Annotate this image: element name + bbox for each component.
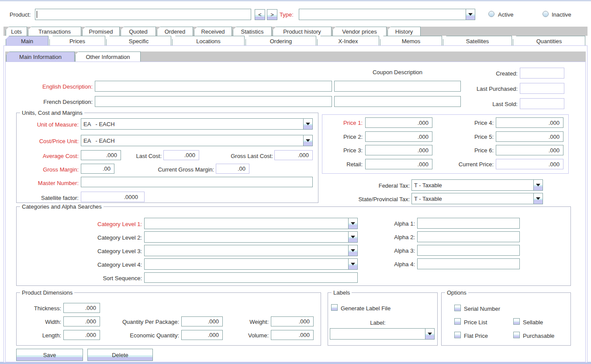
category-level-2-dropdown-button[interactable] [348, 232, 357, 242]
generate-label-file-label: Generate Label File [341, 305, 391, 312]
category-level-1-label: Category Level 1: [72, 221, 142, 227]
english-coupon-description-input[interactable] [334, 81, 461, 92]
created-label: Created: [480, 70, 518, 77]
category-level-2-combobox[interactable] [144, 231, 358, 243]
tab-satellites[interactable]: Satellites [443, 36, 512, 46]
category-level-1-combobox[interactable] [144, 218, 358, 229]
arrow-down-icon [351, 249, 355, 252]
alpha-2-input[interactable] [417, 231, 520, 242]
category-level-4-label: Category Level 4: [72, 261, 142, 268]
alpha-4-label: Alpha 4: [380, 261, 415, 268]
tab-locations[interactable]: Locations [172, 36, 245, 46]
sellable-checkbox[interactable] [513, 318, 520, 325]
federal-tax-combobox[interactable]: T - Taxable [411, 179, 543, 191]
tab-other-information[interactable]: Other Information [75, 52, 141, 62]
delete-button[interactable]: Delete [87, 349, 153, 361]
tab-transactions[interactable]: Transactions [28, 27, 81, 36]
tab-main[interactable]: Main [6, 36, 48, 46]
next-product-button[interactable]: > [267, 9, 277, 20]
arrow-down-icon [536, 184, 540, 186]
price6-input[interactable]: .000 [496, 145, 563, 155]
generate-label-file-checkbox[interactable] [331, 304, 338, 311]
label-dropdown-button[interactable] [425, 329, 434, 339]
weight-input[interactable]: .000 [271, 316, 314, 326]
volume-label: Volume: [236, 332, 269, 339]
unit-of-measure-combobox[interactable]: EA - EACH [81, 118, 313, 130]
category-level-1-dropdown-button[interactable] [348, 218, 357, 229]
alpha-1-input[interactable] [417, 218, 520, 229]
state-provincial-tax-label: State/Provincial Tax: [336, 196, 410, 203]
purchasable-checkbox[interactable] [513, 332, 520, 338]
units-group-title: Units, Cost and Margins [20, 110, 84, 116]
category-level-4-combobox[interactable] [144, 258, 358, 270]
serial-number-checkbox[interactable] [454, 305, 461, 311]
price1-input[interactable]: .000 [365, 117, 432, 128]
category-level-3-label: Category Level 3: [72, 248, 142, 254]
tab-product-history[interactable]: Product history [273, 27, 332, 36]
alpha-4-input[interactable] [417, 258, 520, 269]
cost-price-unit-label: Cost/Price Unit: [17, 138, 79, 144]
price5-input[interactable]: .000 [496, 131, 563, 142]
current-gross-margin-field: .00 [216, 164, 249, 174]
state-provincial-tax-dropdown-button[interactable] [533, 193, 543, 204]
french-description-input[interactable] [95, 96, 332, 107]
tab-received[interactable]: Received [194, 27, 232, 36]
tab-promised[interactable]: Promised [82, 27, 120, 36]
thickness-input[interactable]: .000 [63, 303, 100, 313]
tab-vendor-prices[interactable]: Vendor prices [332, 27, 387, 36]
sort-sequence-input[interactable] [144, 272, 358, 283]
tab-specific[interactable]: Specific [106, 36, 171, 46]
price1-label: Price 1: [325, 120, 363, 126]
tab-main-information[interactable]: Main Information [6, 52, 75, 62]
type-dropdown-button[interactable] [466, 9, 475, 20]
tab-history[interactable]: History [387, 27, 421, 36]
tab-memos[interactable]: Memos [380, 36, 442, 46]
alpha-2-label: Alpha 2: [380, 234, 415, 240]
inactive-radio[interactable] [543, 11, 549, 17]
type-combobox[interactable] [299, 9, 475, 20]
master-number-input[interactable] [81, 177, 313, 187]
english-description-input[interactable] [95, 81, 332, 92]
label-combobox[interactable] [330, 328, 435, 340]
product-input[interactable] [35, 9, 251, 20]
tab-prices[interactable]: Prices [49, 36, 105, 46]
gross-margin-input[interactable]: .00 [81, 164, 114, 174]
price-list-checkbox[interactable] [454, 318, 461, 325]
last-sold-label: Last Sold: [463, 101, 518, 107]
average-cost-label: Average Cost: [17, 153, 79, 159]
unit-of-measure-dropdown-button[interactable] [303, 119, 312, 129]
tab-statistics[interactable]: Statistics [233, 27, 272, 36]
volume-input[interactable]: .000 [271, 330, 314, 340]
federal-tax-dropdown-button[interactable] [533, 180, 543, 190]
gross-last-cost-field: .000 [274, 150, 313, 160]
serial-number-label: Serial Number [464, 306, 500, 312]
alpha-3-input[interactable] [417, 245, 520, 256]
last-purchased-field [520, 83, 564, 94]
price2-input[interactable]: .000 [365, 131, 432, 142]
economic-quantity-input[interactable]: .000 [181, 330, 223, 340]
width-input[interactable]: .000 [63, 316, 100, 326]
category-level-3-dropdown-button[interactable] [348, 245, 357, 256]
retail-input[interactable]: .000 [365, 159, 432, 169]
tab-ordering[interactable]: Ordering [245, 36, 316, 46]
category-level-3-combobox[interactable] [144, 245, 358, 256]
tab-quoted[interactable]: Quoted [121, 27, 156, 36]
length-input[interactable]: .000 [63, 330, 100, 340]
tab-ordered[interactable]: Ordered [157, 27, 193, 36]
tab-quantities[interactable]: Quantities [513, 36, 585, 46]
average-cost-input[interactable]: .000 [81, 150, 121, 160]
tab-x-index[interactable]: X-Index [317, 36, 379, 46]
tab-lots[interactable]: Lots [6, 27, 27, 36]
cost-price-unit-dropdown-button[interactable] [303, 135, 312, 146]
price4-input[interactable]: .000 [496, 117, 563, 128]
quantity-per-package-input[interactable]: .000 [181, 316, 223, 326]
category-level-4-dropdown-button[interactable] [348, 259, 357, 269]
price3-input[interactable]: .000 [365, 145, 432, 155]
cost-price-unit-combobox[interactable]: EA - EACH [81, 135, 313, 146]
previous-product-button[interactable]: < [255, 9, 265, 20]
save-button[interactable]: Save [16, 349, 83, 361]
state-provincial-tax-combobox[interactable]: T - Taxable [411, 193, 543, 204]
flat-price-checkbox[interactable] [454, 332, 461, 338]
french-coupon-description-input[interactable] [334, 96, 461, 107]
active-radio[interactable] [488, 11, 494, 17]
